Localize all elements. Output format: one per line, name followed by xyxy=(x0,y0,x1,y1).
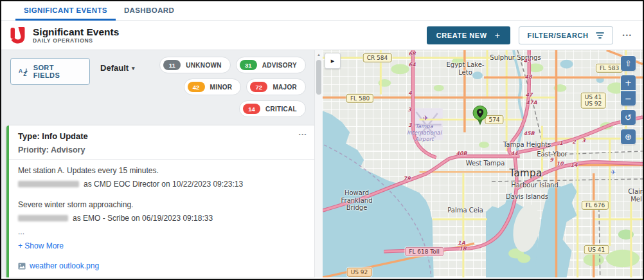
chevron-right-icon: ▸ xyxy=(331,57,335,65)
map-label: 47 xyxy=(525,92,532,98)
card-more-menu[interactable]: ••• xyxy=(299,131,307,137)
map-label: CR 584 xyxy=(363,53,392,62)
priority-count-badge: 42 xyxy=(188,82,205,92)
map-label: 10 xyxy=(556,161,563,167)
map-label: Sulphur Springs xyxy=(490,54,541,62)
show-more-link[interactable]: + Show More xyxy=(18,241,64,251)
map-label: 3 xyxy=(408,122,412,128)
map-label: FL 676 xyxy=(582,201,609,210)
map-label: FL 583 xyxy=(596,64,623,73)
map-label: 9 xyxy=(550,157,553,163)
map-control-button-reset-view[interactable]: ↺ xyxy=(621,110,636,125)
map-label: 4 xyxy=(408,90,412,96)
attachment-row: weather outlook.png xyxy=(18,261,307,271)
map-pin-icon xyxy=(472,105,488,126)
panel-collapse-button[interactable]: ▸ xyxy=(325,53,341,69)
priority-chip[interactable]: 42 MINOR xyxy=(184,79,242,95)
event-card-footer: Record ID: 212 Created By as EMO - Scrib… xyxy=(9,277,316,277)
page-subtitle: DAILY OPERATIONS xyxy=(33,37,119,44)
map-label: 79 xyxy=(403,176,410,182)
sort-az-icon: A Z xyxy=(19,68,28,76)
tab-dashboard[interactable]: DASHBOARD xyxy=(116,1,183,21)
map-label: US 41 xyxy=(584,245,609,254)
map-label: FL 618 Toll xyxy=(405,247,443,256)
sort-fields-button[interactable]: A Z SORT FIELDS xyxy=(10,58,90,85)
priority-chip-label: CRITICAL xyxy=(265,106,297,113)
map-control-button-pan-up[interactable]: ⇧ xyxy=(621,56,636,71)
header-more-menu[interactable]: ••• xyxy=(622,30,634,41)
filter-search-button[interactable]: FILTER/SEARCH xyxy=(519,26,613,44)
event-text: Severe winter storm approaching. xyxy=(18,200,307,210)
attachment-link[interactable]: weather outlook.png xyxy=(30,261,99,271)
map-label: 1 xyxy=(559,140,563,146)
event-card-header: Type: Info Update Priority: Advisory ••• xyxy=(9,126,316,160)
map-label: 48 xyxy=(524,74,532,80)
map-label: 49 xyxy=(523,58,530,64)
priority-count-badge: 72 xyxy=(250,82,267,92)
plus-icon: + xyxy=(495,32,501,39)
map-label: 68 xyxy=(408,51,415,57)
map-label: 64 xyxy=(408,62,415,68)
sort-order-dropdown[interactable]: Default ▾ xyxy=(100,63,135,73)
map-label: 40B xyxy=(456,151,467,156)
map-label: 47A xyxy=(526,100,537,106)
panel-scrollbar: ▲ xyxy=(314,50,323,277)
app-window: SIGNIFICANT EVENTS DASHBOARD Significant… xyxy=(0,0,644,280)
juvare-shield-logo xyxy=(9,26,26,45)
map-label: 14 xyxy=(570,162,577,168)
redacted-name xyxy=(18,181,79,187)
event-byline: as EMO - Scribe on 06/19/2023 09:18:33 xyxy=(18,213,307,223)
map-label: East Ybor xyxy=(537,151,567,158)
priority-filter-chips: 11 UNKNOWN 31 ADVISORY 42 MINOR xyxy=(135,57,306,117)
priority-chip[interactable]: 31 ADVISORY xyxy=(236,57,306,73)
main-content: A Z SORT FIELDS Default ▾ 11 UNKNOWN xyxy=(1,50,643,277)
map-control-button-zoom-in[interactable]: + xyxy=(621,75,636,90)
events-list-panel: A Z SORT FIELDS Default ▾ 11 UNKNOWN xyxy=(1,50,323,277)
map-label: Egypt Lake- Leto xyxy=(447,61,485,76)
map-label: 1A xyxy=(458,240,465,246)
priority-chip-label: MINOR xyxy=(210,84,233,91)
map-label: West Tampa xyxy=(466,160,505,167)
filter-icon xyxy=(596,32,604,39)
map-label: US 92 xyxy=(347,268,372,277)
redacted-name xyxy=(18,215,68,221)
map-control-button-zoom-out[interactable]: − xyxy=(621,91,636,106)
map-label: 3 xyxy=(582,138,586,144)
event-byline: as CMD EOC Director on 10/22/2023 09:23:… xyxy=(18,179,307,189)
priority-count-badge: 11 xyxy=(163,60,181,70)
priority-chip[interactable]: 72 MAJOR xyxy=(246,79,306,95)
map-labels: CR 584 FL 580 FL 583 US 41 US 92 574 FL … xyxy=(323,50,643,277)
app-header: Significant Events DAILY OPERATIONS CREA… xyxy=(1,21,643,50)
truncation-ellipsis: ... xyxy=(18,227,307,237)
event-text: Met station A. Updates every 15 minutes. xyxy=(18,165,307,176)
event-card-info-update[interactable]: Type: Info Update Priority: Advisory •••… xyxy=(6,126,316,277)
priority-chip[interactable]: 11 UNKNOWN xyxy=(159,57,230,73)
map-label: 44 xyxy=(510,151,517,156)
priority-chip-label: UNKNOWN xyxy=(186,62,221,69)
map-controls: ⇧ + − ↺ ⊕ xyxy=(621,56,636,144)
tab-significant-events[interactable]: SIGNIFICANT EVENTS xyxy=(15,1,116,21)
priority-chip-label: MAJOR xyxy=(273,84,297,91)
event-priority: Priority: Advisory xyxy=(18,145,307,154)
priority-count-badge: 31 xyxy=(240,60,257,70)
map-label: 3 xyxy=(407,107,411,113)
image-attachment-icon xyxy=(18,263,26,270)
event-type: Type: Info Update xyxy=(18,131,307,141)
event-map-marker[interactable] xyxy=(472,105,488,128)
priority-chip-label: ADVISORY xyxy=(262,62,297,69)
map[interactable]: CR 584 FL 580 FL 583 US 41 US 92 574 FL … xyxy=(323,50,643,277)
map-label: Tampa xyxy=(509,168,542,179)
map-label: FL 580 xyxy=(346,94,373,103)
scrollbar-up-arrow[interactable]: ▲ xyxy=(317,53,321,57)
create-new-button[interactable]: CREATE NEW + xyxy=(427,26,510,44)
page-title: Significant Events xyxy=(33,26,119,37)
priority-chip[interactable]: 14 CRITICAL xyxy=(239,100,306,117)
map-label: Tampa Heights xyxy=(503,141,551,149)
map-label: 1B xyxy=(459,246,467,252)
scrollbar-thumb[interactable] xyxy=(316,60,321,95)
event-card-body: Met station A. Updates every 15 minutes.… xyxy=(9,160,316,277)
map-control-button-center-location[interactable]: ⊕ xyxy=(621,129,636,144)
map-label: Tampa International Airport xyxy=(407,124,442,142)
map-label: ✈ xyxy=(422,115,428,123)
map-label: ✈ xyxy=(611,169,616,176)
